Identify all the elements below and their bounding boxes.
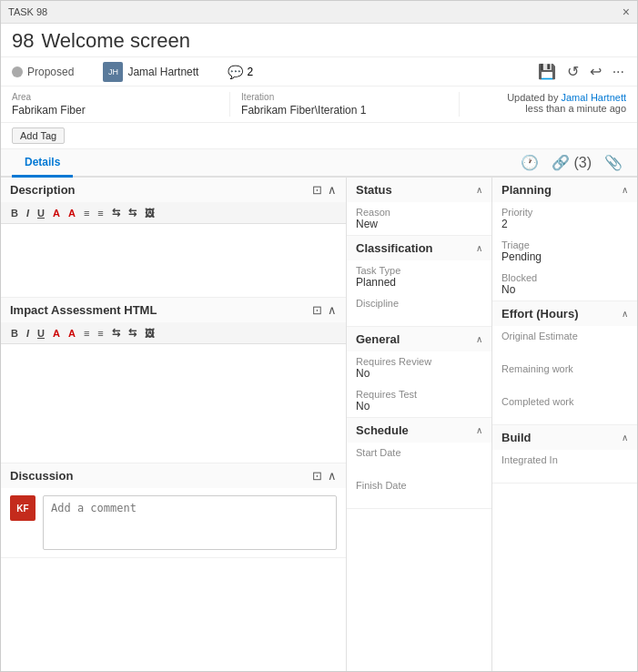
reason-value[interactable]: New [356, 218, 482, 230]
ul-btn[interactable]: ≡ [95, 206, 106, 219]
area-value[interactable]: Fabrikam Fiber [12, 104, 218, 117]
status-badge[interactable]: Proposed [12, 66, 74, 78]
original-estimate-label: Original Estimate [501, 331, 628, 341]
impact-ul-btn[interactable]: ≡ [95, 326, 106, 340]
description-title: Description [10, 183, 76, 197]
comment-avatar: KF [10, 495, 35, 521]
effort-collapse-icon[interactable]: ∧ [622, 309, 628, 319]
iteration-value[interactable]: Fabrikam Fiber\Iteration 1 [241, 104, 448, 117]
comment-input[interactable] [43, 495, 337, 550]
bold-btn[interactable]: B [8, 206, 21, 219]
remaining-work-field: Remaining work [492, 359, 637, 392]
status-collapse-icon[interactable]: ∧ [476, 185, 482, 195]
impact-outdent-btn[interactable]: ⇆ [126, 326, 139, 340]
description-expand-btn[interactable]: ⊡ [312, 183, 322, 197]
schedule-header: Schedule ∧ [347, 418, 491, 443]
status-label: Proposed [27, 66, 74, 78]
indent-btn[interactable]: ⇆ [109, 206, 123, 219]
task-type-label: Task Type [356, 265, 482, 276]
discipline-field: Discipline [347, 293, 491, 326]
discipline-label: Discipline [356, 298, 482, 309]
task-window: TASK 98 × 98 Welcome screen Proposed JH … [0, 0, 638, 672]
history-icon-btn[interactable]: 🕐 [517, 150, 542, 175]
updated-info: Updated by Jamal Hartnett less than a mi… [507, 92, 626, 114]
impact-highlight-btn[interactable]: A [66, 326, 78, 340]
integrated-in-field: Integrated In [492, 450, 637, 483]
requires-test-value[interactable]: No [356, 400, 482, 412]
image-btn[interactable]: 🖼 [142, 206, 157, 219]
build-collapse-icon[interactable]: ∧ [622, 433, 628, 443]
requires-test-label: Requires Test [356, 389, 482, 400]
discussion-expand-btn[interactable]: ⊡ [312, 469, 322, 483]
tab-details[interactable]: Details [12, 149, 73, 178]
priority-label: Priority [501, 207, 628, 218]
impact-bold-btn[interactable]: B [8, 326, 21, 340]
effort-section: Effort (Hours) ∧ Original Estimate Remai… [492, 301, 637, 425]
finish-date-value[interactable] [356, 491, 482, 504]
impact-ol-btn[interactable]: ≡ [81, 326, 92, 340]
updated-user-link[interactable]: Jamal Hartnett [561, 92, 626, 103]
ol-btn[interactable]: ≡ [81, 206, 92, 219]
undo-button[interactable]: ↩ [588, 61, 603, 82]
assignee-avatar: JH [103, 62, 123, 82]
add-tag-button[interactable]: Add Tag [12, 127, 65, 144]
priority-value[interactable]: 2 [501, 218, 628, 230]
triage-value[interactable]: Pending [501, 250, 628, 263]
iteration-field: Iteration Fabrikam Fiber\Iteration 1 [241, 92, 460, 117]
requires-review-field: Requires Review No [347, 351, 491, 384]
classification-collapse-icon[interactable]: ∧ [476, 243, 482, 253]
status-circle-icon [12, 66, 23, 77]
impact-expand-btn[interactable]: ⊡ [312, 303, 322, 317]
links-icon-btn[interactable]: 🔗 (3) [548, 150, 595, 175]
remaining-work-value[interactable] [501, 374, 628, 387]
requires-review-value[interactable]: No [356, 367, 482, 380]
underline-btn[interactable]: U [35, 206, 47, 219]
refresh-button[interactable]: ↺ [565, 61, 581, 82]
impact-font-color-btn[interactable]: A [50, 326, 63, 340]
general-collapse-icon[interactable]: ∧ [476, 334, 482, 344]
original-estimate-value[interactable] [501, 341, 628, 354]
font-color-btn[interactable]: A [50, 206, 63, 219]
task-type-field: Task Type Planned [347, 260, 491, 293]
impact-italic-btn[interactable]: I [24, 326, 32, 340]
start-date-value[interactable] [356, 458, 482, 471]
integrated-in-value[interactable] [501, 465, 628, 478]
impact-underline-btn[interactable]: U [35, 326, 47, 340]
impact-section: Impact Assessment HTML ⊡ ∧ B I U A A ≡ ≡… [1, 298, 346, 463]
blocked-value[interactable]: No [501, 283, 628, 296]
completed-work-value[interactable] [501, 407, 628, 420]
outdent-btn[interactable]: ⇆ [126, 206, 139, 219]
discussion-collapse-btn[interactable]: ∧ [328, 469, 337, 483]
italic-btn[interactable]: I [24, 206, 32, 219]
assignee-field[interactable]: JH Jamal Hartnett [103, 62, 198, 82]
title-bar: TASK 98 × [1, 1, 637, 24]
planning-column: Planning ∧ Priority 2 Triage Pending Blo… [492, 178, 637, 671]
status-column: Status ∧ Reason New Classification ∧ Tas… [347, 178, 492, 671]
schedule-collapse-icon[interactable]: ∧ [476, 425, 482, 435]
description-collapse-btn[interactable]: ∧ [328, 183, 337, 197]
close-button[interactable]: × [623, 5, 630, 19]
more-button[interactable]: ··· [611, 62, 626, 82]
tab-icons: 🕐 🔗 (3) 📎 [517, 150, 626, 175]
planning-collapse-icon[interactable]: ∧ [622, 185, 628, 195]
attachments-icon-btn[interactable]: 📎 [601, 150, 626, 175]
comment-icon: 💬 [228, 65, 243, 79]
build-section: Build ∧ Integrated In [492, 425, 637, 484]
save-button[interactable]: 💾 [536, 61, 558, 82]
start-date-label: Start Date [356, 447, 482, 458]
discussion-title: Discussion [10, 469, 73, 483]
impact-title: Impact Assessment HTML [10, 303, 157, 317]
task-type-value[interactable]: Planned [356, 276, 482, 289]
task-title: Welcome screen [41, 29, 189, 53]
planning-header: Planning ∧ [492, 178, 637, 202]
impact-indent-btn[interactable]: ⇆ [109, 326, 123, 340]
comment-badge[interactable]: 💬 2 [228, 65, 253, 79]
description-header: Description ⊡ ∧ [1, 178, 346, 202]
impact-image-btn[interactable]: 🖼 [142, 326, 157, 340]
impact-editor[interactable] [1, 344, 346, 463]
discipline-value[interactable] [356, 309, 482, 321]
description-editor[interactable] [1, 224, 346, 297]
highlight-btn[interactable]: A [66, 206, 78, 219]
impact-collapse-btn[interactable]: ∧ [328, 303, 337, 317]
comment-count: 2 [247, 66, 253, 78]
